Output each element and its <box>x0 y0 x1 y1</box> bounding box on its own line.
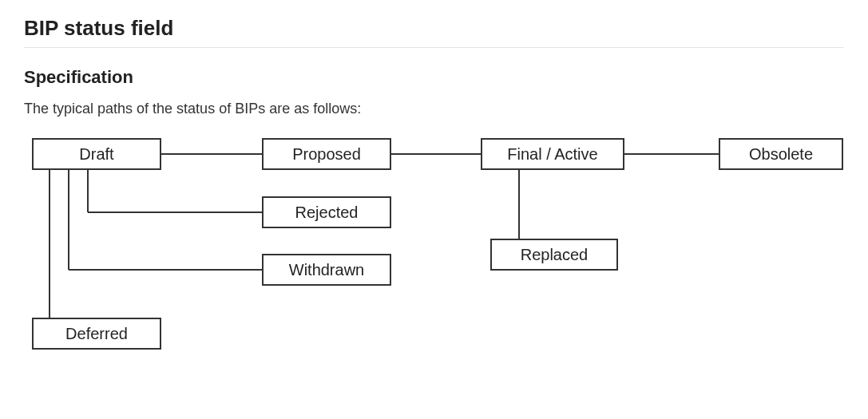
node-label: Obsolete <box>749 145 813 164</box>
node-draft: Draft <box>32 138 161 170</box>
node-deferred: Deferred <box>32 318 161 350</box>
node-label: Replaced <box>521 246 589 264</box>
node-label: Deferred <box>65 325 128 343</box>
lead-text: The typical paths of the status of BIPs … <box>24 101 844 117</box>
node-label: Withdrawn <box>289 261 364 279</box>
node-rejected: Rejected <box>262 196 391 228</box>
node-replaced: Replaced <box>490 239 618 271</box>
node-label: Rejected <box>295 204 359 222</box>
status-diagram: Draft Proposed Final / Active Obsolete R… <box>24 136 846 376</box>
node-label: Final / Active <box>507 145 597 164</box>
node-final-active: Final / Active <box>481 138 624 170</box>
section-subtitle: Specification <box>24 67 844 88</box>
page-title: BIP status field <box>24 16 844 48</box>
node-obsolete: Obsolete <box>719 138 843 170</box>
node-proposed: Proposed <box>262 138 391 170</box>
node-label: Proposed <box>292 145 361 164</box>
node-label: Draft <box>79 145 113 164</box>
node-withdrawn: Withdrawn <box>262 254 391 286</box>
